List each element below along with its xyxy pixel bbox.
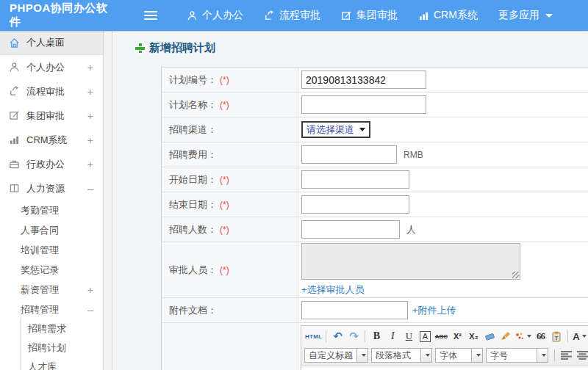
- form-row-cost: 招聘费用： RMB: [162, 142, 588, 167]
- topnav-workflow-approval[interactable]: 流程审批: [254, 0, 331, 31]
- sidebar-item-admin-office[interactable]: 行政办公 +: [0, 152, 103, 176]
- attachment-upload-link[interactable]: +附件上传: [412, 304, 456, 317]
- sidebar-item-training[interactable]: 培训管理: [0, 240, 103, 260]
- hamburger-menu-icon[interactable]: [144, 9, 157, 22]
- redo-button[interactable]: ↷: [346, 329, 361, 344]
- sidebar-item-rewards[interactable]: 奖惩记录: [0, 260, 103, 280]
- channel-select[interactable]: 请选择渠道: [301, 121, 370, 138]
- top-nav: 个人办公 流程审批 集团审批 CRM系统 更多应用: [176, 0, 563, 31]
- sidebar-item-workflow-approval[interactable]: 流程审批 +: [0, 79, 103, 104]
- add-plus-icon: [135, 43, 145, 53]
- main-content: 新增招聘计划 计划编号： (*) 计划名称： (*): [112, 31, 588, 370]
- autotypeset-button[interactable]: A: [417, 329, 432, 344]
- sidebar-item-recruit-demand[interactable]: 招聘需求: [21, 319, 103, 338]
- cost-input[interactable]: [301, 145, 397, 164]
- font-size-select[interactable]: 字号: [486, 348, 537, 363]
- home-icon: [9, 37, 21, 48]
- paragraph-format-select[interactable]: 段落格式: [371, 348, 421, 363]
- select-caret-icon[interactable]: [421, 348, 432, 363]
- editor-toolbar: HTML ↶ ↷ B I U A ABC X²: [301, 326, 588, 366]
- paste-button[interactable]: T: [549, 329, 564, 344]
- format-paint-button[interactable]: [514, 329, 531, 344]
- plan-no-input[interactable]: [301, 70, 426, 89]
- bold-button[interactable]: B: [369, 329, 384, 344]
- sidebar-item-hr[interactable]: 人力资源 –: [0, 176, 103, 200]
- font-color-button[interactable]: A: [572, 329, 587, 344]
- underline-button[interactable]: U: [401, 329, 416, 344]
- expand-plus-icon[interactable]: +: [87, 110, 93, 122]
- topnav-group-approval[interactable]: 集团审批: [331, 0, 408, 31]
- cabinet-icon: [9, 183, 21, 195]
- sidebar-item-personal-office[interactable]: 个人办公 +: [0, 55, 103, 79]
- plan-no-label: 计划编号：: [169, 73, 217, 87]
- sidebar-item-attendance[interactable]: 考勤管理: [0, 200, 103, 220]
- sidebar-item-crm[interactable]: CRM系统 +: [0, 128, 103, 152]
- choose-approver-link[interactable]: +选择审批人员: [301, 283, 365, 297]
- caret-down-icon: [545, 14, 553, 18]
- sidebar-item-salary[interactable]: 薪资管理 +: [0, 280, 103, 300]
- format-clear-broom-icon[interactable]: [498, 329, 513, 344]
- start-date-label: 开始日期：: [169, 173, 217, 186]
- headcount-label: 招聘人数：: [169, 223, 217, 236]
- topnav-personal-office[interactable]: 个人办公: [176, 0, 254, 31]
- briefcase-icon: [9, 159, 21, 170]
- align-center-icon[interactable]: [575, 348, 588, 363]
- svg-text:T: T: [555, 334, 559, 341]
- eraser-icon[interactable]: [482, 329, 497, 344]
- expand-plus-icon[interactable]: +: [87, 159, 93, 170]
- required-marker: (*): [220, 75, 229, 85]
- workflow-icon: [9, 86, 21, 98]
- select-caret-icon[interactable]: [537, 348, 548, 363]
- workflow-icon: [264, 10, 275, 21]
- select-caret-icon[interactable]: [357, 348, 368, 363]
- sidebar-item-talent-pool[interactable]: 人才库: [21, 358, 103, 370]
- start-date-input[interactable]: [301, 170, 409, 189]
- editor-toolbar-row-2: 自定义标题 段落格式 字体 字号: [304, 346, 588, 365]
- required-marker: (*): [220, 200, 229, 210]
- sidebar-item-desktop[interactable]: 个人桌面: [0, 31, 103, 55]
- form-row-headcount: 招聘人数： (*) 人: [162, 217, 588, 242]
- top-bar: PHPOA协同办公软件 个人办公 流程审批 集团审批 CRM系统 更多应用: [0, 0, 588, 31]
- expand-plus-icon[interactable]: +: [87, 62, 93, 73]
- select-caret-icon[interactable]: [472, 348, 483, 363]
- html-source-button[interactable]: HTML: [305, 329, 322, 344]
- bar-chart-icon: [418, 10, 429, 21]
- undo-button[interactable]: ↶: [330, 329, 345, 344]
- blockquote-button[interactable]: 66: [533, 329, 548, 344]
- required-marker: (*): [220, 175, 229, 185]
- expand-plus-icon[interactable]: +: [87, 284, 93, 296]
- sidebar-scrollbar[interactable]: [104, 31, 112, 370]
- font-family-select[interactable]: 字体: [435, 348, 472, 363]
- heading-select[interactable]: 自定义标题: [304, 348, 357, 363]
- collapse-minus-icon[interactable]: –: [87, 304, 93, 316]
- form-row-plan-name: 计划名称： (*): [162, 92, 588, 117]
- subscript-button[interactable]: X₂: [466, 329, 481, 344]
- superscript-button[interactable]: X²: [450, 329, 465, 344]
- sidebar-item-group-approval[interactable]: 集团审批 +: [0, 104, 103, 128]
- approver-textarea[interactable]: [301, 243, 520, 280]
- end-date-input[interactable]: [301, 195, 409, 214]
- strikethrough-button[interactable]: ABC: [434, 329, 448, 344]
- align-left-icon[interactable]: [559, 348, 573, 363]
- expand-plus-icon[interactable]: +: [87, 86, 93, 98]
- headcount-input[interactable]: [301, 220, 400, 239]
- collapse-minus-icon[interactable]: –: [87, 183, 93, 195]
- editor-content-area[interactable]: [301, 366, 588, 370]
- user-icon: [9, 62, 21, 73]
- plan-name-label: 计划名称：: [169, 98, 217, 112]
- sidebar-item-recruitment[interactable]: 招聘管理 –: [0, 300, 103, 319]
- topnav-crm[interactable]: CRM系统: [408, 0, 488, 31]
- cost-label: 招聘费用：: [169, 148, 217, 162]
- expand-plus-icon[interactable]: +: [87, 134, 93, 146]
- sidebar-item-hr-contract[interactable]: 人事合同: [0, 220, 103, 240]
- cost-unit: RMB: [404, 150, 423, 160]
- form-row-channel: 招聘渠道： 请选择渠道: [162, 117, 588, 142]
- italic-button[interactable]: I: [385, 329, 400, 344]
- rich-text-editor: HTML ↶ ↷ B I U A ABC X²: [301, 325, 588, 370]
- attachment-input[interactable]: [301, 301, 408, 319]
- sidebar-item-recruit-plan[interactable]: 招聘计划: [21, 338, 103, 358]
- plan-name-input[interactable]: [301, 95, 426, 114]
- resize-grip-icon[interactable]: [512, 272, 519, 278]
- topnav-more-apps[interactable]: 更多应用: [488, 0, 563, 31]
- form-row-plan-no: 计划编号： (*): [162, 68, 588, 92]
